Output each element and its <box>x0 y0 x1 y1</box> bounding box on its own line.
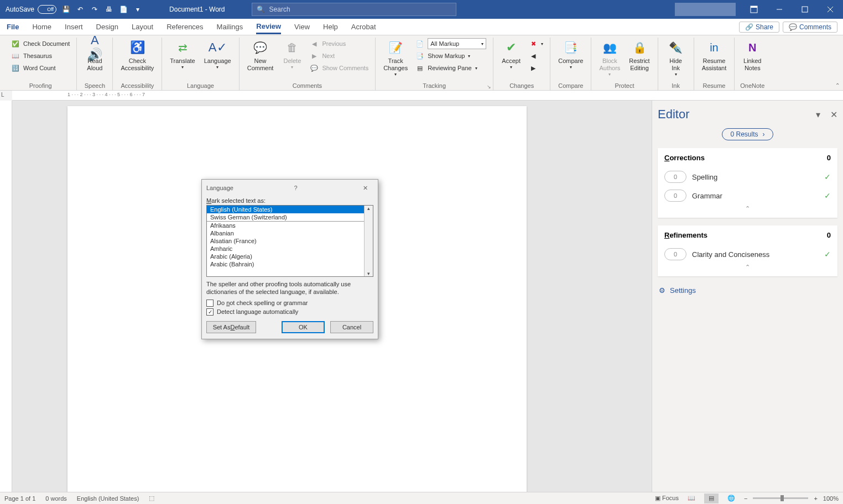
read-aloud-button[interactable]: A🔊Read Aloud <box>81 38 108 73</box>
list-item[interactable]: Swiss German (Switzerland) <box>207 213 364 222</box>
previous-change-button[interactable]: ◀ <box>527 50 545 62</box>
macro-recorder-icon[interactable]: ⬚ <box>149 495 154 502</box>
results-button[interactable]: 0 Results› <box>722 128 773 140</box>
track-changes-button[interactable]: 📝Track Changes▾ <box>380 38 411 78</box>
translate-button[interactable]: ⇄Translate▾ <box>166 38 198 71</box>
tab-file[interactable]: File <box>7 20 19 33</box>
tab-home[interactable]: Home <box>32 20 51 33</box>
clarity-row[interactable]: 0Clarity and Conciseness✓ <box>664 245 831 264</box>
maximize-icon[interactable] <box>792 0 818 19</box>
web-layout-icon[interactable]: 🌐 <box>724 494 738 503</box>
previous-comment-button[interactable]: ◀Previous <box>308 38 371 50</box>
quick-print-icon[interactable]: 🖶 <box>104 4 114 14</box>
editor-settings-link[interactable]: ⚙Settings <box>658 284 837 297</box>
collapse-ribbon-icon[interactable]: ⌃ <box>835 82 840 88</box>
close-icon[interactable] <box>818 0 843 19</box>
user-account[interactable] <box>675 3 736 16</box>
language-button[interactable]: A✓Language▾ <box>201 38 235 71</box>
next-comment-button[interactable]: ▶Next <box>308 50 371 62</box>
page-indicator[interactable]: Page 1 of 1 <box>4 495 35 502</box>
editor-options-icon[interactable]: ▾ <box>816 110 820 119</box>
list-item[interactable]: Arabic (Algeria) <box>207 253 364 260</box>
list-item[interactable]: Amharic <box>207 245 364 253</box>
spelling-row[interactable]: 0Spelling✓ <box>664 167 831 186</box>
detect-language-checkbox[interactable]: ✓Detect language automaticallyDetect lan… <box>206 308 373 316</box>
check-accessibility-button[interactable]: ♿Check Accessibility <box>117 38 157 73</box>
linked-notes-button[interactable]: NLinked Notes <box>739 38 766 73</box>
new-comment-button[interactable]: 💬New Comment <box>244 38 277 73</box>
tab-references[interactable]: References <box>166 20 203 33</box>
scrollbar[interactable]: ▴▾ <box>364 206 373 276</box>
tracking-dialog-launcher-icon[interactable]: ↘ <box>487 84 491 90</box>
svg-rect-3 <box>802 7 808 12</box>
ribbon-display-icon[interactable] <box>741 0 767 19</box>
cancel-button[interactable]: Cancel <box>330 321 373 333</box>
thesaurus-button[interactable]: 📖Thesaurus <box>9 50 72 62</box>
show-markup-icon: 📑 <box>415 51 424 60</box>
restrict-editing-button[interactable]: 🔒Restrict Editing <box>626 38 653 73</box>
qat-more-icon[interactable]: ▾ <box>133 4 143 14</box>
dialog-close-icon[interactable]: ✕ <box>358 185 373 192</box>
list-item[interactable]: Afrikaans <box>207 222 364 229</box>
show-markup-button[interactable]: 📑Show Markup ▾ <box>413 50 488 62</box>
tab-view[interactable]: View <box>294 20 310 33</box>
list-item[interactable]: Arabic (Bahrain) <box>207 260 364 268</box>
check-document-button[interactable]: ✅Check Document <box>9 38 72 50</box>
ok-button[interactable]: OK <box>282 321 325 333</box>
zoom-slider[interactable] <box>753 497 808 499</box>
zoom-level[interactable]: 100% <box>823 495 839 502</box>
undo-icon[interactable]: ↶ <box>75 4 85 14</box>
minimize-icon[interactable] <box>767 0 792 19</box>
list-item[interactable]: English (United States) <box>207 206 364 213</box>
no-check-checkbox[interactable]: Do not check spelling or grammarDo not c… <box>206 300 373 307</box>
tab-mailings[interactable]: Mailings <box>217 20 243 33</box>
save-icon[interactable]: 💾 <box>61 4 71 14</box>
scroll-down-icon[interactable]: ▾ <box>367 271 370 276</box>
tab-selector-icon[interactable]: L <box>1 92 4 98</box>
reject-button[interactable]: ✖▾ <box>527 38 545 50</box>
zoom-out-icon[interactable]: − <box>744 495 747 502</box>
search-input[interactable]: 🔍 Search <box>252 3 456 16</box>
tab-insert[interactable]: Insert <box>65 20 83 33</box>
reviewing-pane-button[interactable]: ▤Reviewing Pane ▾ <box>413 62 488 74</box>
share-button[interactable]: 🔗 Share <box>739 22 779 33</box>
comments-button[interactable]: 💬 Comments <box>783 22 837 33</box>
previous-icon: ◀ <box>310 39 319 48</box>
delete-comment-button[interactable]: 🗑Delete▾ <box>279 38 305 71</box>
word-count-button[interactable]: 🔢Word Count <box>9 62 72 74</box>
scroll-up-icon[interactable]: ▴ <box>367 206 370 211</box>
language-indicator[interactable]: English (United States) <box>77 495 139 502</box>
list-item[interactable]: Alsatian (France) <box>207 237 364 245</box>
list-item[interactable]: Albanian <box>207 229 364 237</box>
accept-button[interactable]: ✔Accept▾ <box>498 38 524 71</box>
horizontal-ruler[interactable]: 1 · · · 2 · · · 3 · · · 4 · · · 5 · · · … <box>12 91 843 101</box>
hide-ink-button[interactable]: ✒️Hide Ink▾ <box>663 38 689 78</box>
tab-layout[interactable]: Layout <box>132 20 153 33</box>
markup-dropdown[interactable]: 📄All Markup▾ <box>413 38 488 50</box>
set-default-button[interactable]: Set As DefaultSet As Default <box>206 321 256 333</box>
zoom-in-icon[interactable]: + <box>814 495 817 502</box>
tab-design[interactable]: Design <box>96 20 118 33</box>
redo-icon[interactable]: ↷ <box>90 4 100 14</box>
vertical-ruler[interactable] <box>0 101 12 492</box>
word-count-indicator[interactable]: 0 words <box>45 495 67 502</box>
block-authors-button[interactable]: 👥Block Authors▾ <box>596 38 623 78</box>
tab-help[interactable]: Help <box>323 20 338 33</box>
tab-review[interactable]: Review <box>256 20 281 34</box>
corrections-collapse-icon[interactable]: ⌃ <box>664 205 831 212</box>
show-comments-button[interactable]: 💬Show Comments <box>308 62 371 74</box>
read-mode-icon[interactable]: 📖 <box>684 494 699 503</box>
next-change-button[interactable]: ▶ <box>527 62 545 74</box>
focus-mode-button[interactable]: ▣ Focus <box>655 495 679 502</box>
print-layout-icon[interactable]: ▤ <box>704 494 719 503</box>
autosave-toggle[interactable]: AutoSave Off <box>6 5 56 14</box>
dialog-help-icon[interactable]: ? <box>288 185 303 191</box>
refinements-collapse-icon[interactable]: ⌃ <box>664 264 831 271</box>
print-preview-icon[interactable]: 📄 <box>118 4 128 14</box>
language-listbox[interactable]: English (United States) Swiss German (Sw… <box>206 205 373 277</box>
compare-button[interactable]: 📑Compare▾ <box>555 38 586 71</box>
grammar-row[interactable]: 0Grammar✓ <box>664 186 831 205</box>
tab-acrobat[interactable]: Acrobat <box>351 20 376 33</box>
resume-assistant-button[interactable]: inResume Assistant <box>699 38 730 73</box>
editor-close-icon[interactable]: ✕ <box>830 110 837 119</box>
